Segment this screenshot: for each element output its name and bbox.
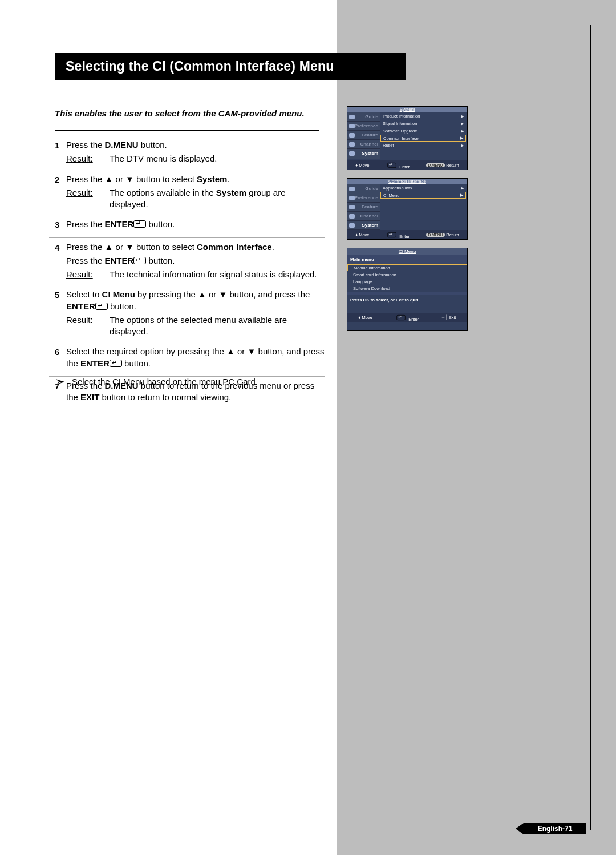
osd-menu-label: Software Upgrade <box>383 128 417 134</box>
page-border-right <box>590 25 591 830</box>
osd2-move: ♦ Move <box>355 232 369 237</box>
result-text: The technical information for signal sta… <box>110 269 325 280</box>
osd1-return: D.MENUReturn <box>426 163 459 168</box>
osd3-menu-item: Module information <box>347 264 467 271</box>
step: 1Press the D.MENU button.Result:The DTV … <box>49 136 325 170</box>
osd-tab-icon <box>349 214 355 219</box>
chevron-right-icon: ▶ <box>461 114 464 119</box>
step-body: Press the ▲ or ▼ button to select Common… <box>66 241 325 281</box>
osd-screenshot-system: System GuidePreferenceFeatureChannelSyst… <box>347 106 468 170</box>
osd-tab: Preference <box>347 122 380 131</box>
osd3-title: CI Menu <box>347 248 467 255</box>
osd-menu-item: CI Menu▶ <box>380 192 466 199</box>
osd3-prompt: Press OK to select, or Exit to quit <box>347 295 467 305</box>
enter-icon <box>133 220 146 228</box>
step-instruction: Press the ENTER button. <box>66 219 325 230</box>
note-block: ➣ Select the CI Menu based on the menu P… <box>55 377 323 387</box>
step-body: Press the ▲ or ▼ button to select System… <box>66 174 325 211</box>
page-number: English-71 <box>538 825 573 833</box>
chevron-right-icon: ▶ <box>460 193 463 197</box>
step-number: 3 <box>49 219 66 232</box>
osd3-enter: Enter <box>395 313 419 322</box>
chevron-right-icon: ▶ <box>461 129 464 134</box>
osd-menu-label: CI Menu <box>383 193 399 198</box>
osd-tab-icon <box>349 205 355 209</box>
osd-tab-icon <box>349 151 355 156</box>
osd-tab-label: Preference <box>355 195 378 200</box>
osd-tab-icon <box>349 124 355 128</box>
osd-menu-label: Reset <box>383 143 394 148</box>
osd1-footer: ♦ Move Enter D.MENUReturn <box>347 160 467 170</box>
osd-screenshot-common-interface: Common Interface GuidePreferenceFeatureC… <box>347 178 468 240</box>
osd-menu-item: Reset▶ <box>380 142 466 149</box>
osd-tab-icon <box>349 196 355 200</box>
osd-tab: Guide <box>347 112 380 122</box>
osd-menu-item: Signal Information▶ <box>380 120 466 127</box>
step-instruction: Select the required option by pressing t… <box>66 346 325 369</box>
osd3-menu-item: Smart card information <box>347 271 467 278</box>
chevron-right-icon: ▶ <box>460 136 463 140</box>
page-number-tab: English-71 <box>524 823 586 834</box>
note-arrow-icon: ➣ <box>55 377 65 387</box>
result-text: The options of the selected menu availab… <box>110 314 325 338</box>
osd-tab: System <box>347 149 380 158</box>
note-text: Select the CI Menu based on the menu PC … <box>72 377 258 386</box>
osd1-enter: Enter <box>386 161 410 170</box>
osd-tab-icon <box>349 133 355 138</box>
osd-tab: Feature <box>347 131 380 140</box>
osd-tab: System <box>347 221 380 230</box>
divider <box>55 130 319 131</box>
osd-menu-label: Signal Information <box>383 121 417 126</box>
step-result: Result:The technical information for sig… <box>66 269 325 280</box>
osd-tab-label: Feature <box>362 204 378 209</box>
chevron-right-icon: ▶ <box>461 186 464 191</box>
osd3-exit: →⎮ Exit <box>441 315 456 320</box>
osd1-title: System <box>347 107 467 112</box>
osd-menu-item: Application Info▶ <box>380 184 466 192</box>
osd-tab: Preference <box>347 193 380 203</box>
osd-menu-label: Product Information <box>383 114 420 119</box>
osd3-move: ♦ Move <box>359 315 372 320</box>
osd-tab-label: Guide <box>365 114 378 119</box>
enter-icon <box>133 257 146 264</box>
osd2-enter: Enter <box>386 231 410 239</box>
chevron-right-icon: ▶ <box>461 143 464 148</box>
osd3-items: Module informationSmart card information… <box>347 264 467 292</box>
osd-menu-item: Common Interface▶ <box>380 135 466 142</box>
osd2-title: Common Interface <box>347 179 467 184</box>
osd-tab-icon <box>349 115 355 119</box>
manual-page: Selecting the CI (Common Interface) Menu… <box>0 0 616 855</box>
osd-tab: Feature <box>347 203 380 212</box>
osd1-content: Product Information▶Signal Information▶S… <box>380 112 466 159</box>
osd3-subheader: Main menu <box>347 255 467 264</box>
step: 4Press the ▲ or ▼ button to select Commo… <box>49 238 325 286</box>
osd-tab: Channel <box>347 212 380 221</box>
step-result: Result:The DTV menu is displayed. <box>66 153 325 164</box>
step-number: 4 <box>49 241 66 281</box>
enter-icon <box>95 303 108 310</box>
osd3-blank <box>347 305 467 313</box>
osd1-move: ♦ Move <box>355 163 369 168</box>
osd-tab-icon <box>349 142 355 147</box>
osd-menu-item: Product Information▶ <box>380 112 466 120</box>
step-instruction: Press the ENTER button. <box>66 255 325 267</box>
osd2-return: D.MENUReturn <box>426 232 459 237</box>
step-instruction: Press the D.MENU button. <box>66 139 325 151</box>
osd-menu-label: Application Info <box>383 185 412 191</box>
osd2-footer: ♦ Move Enter D.MENUReturn <box>347 230 467 239</box>
step-result: Result:The options available in the Syst… <box>66 187 325 211</box>
step-number: 5 <box>49 289 66 337</box>
result-label: Result: <box>66 269 110 280</box>
step: 2Press the ▲ or ▼ button to select Syste… <box>49 170 325 216</box>
step-body: Select to CI Menu by pressing the ▲ or ▼… <box>66 289 325 337</box>
step: 6Select the required option by pressing … <box>49 342 325 377</box>
step-instruction: Select to CI Menu by pressing the ▲ or ▼… <box>66 289 325 312</box>
step: 3Press the ENTER button. <box>49 215 325 237</box>
osd1-side-tabs: GuidePreferenceFeatureChannelSystem <box>347 112 380 159</box>
osd-tab: Guide <box>347 184 380 193</box>
osd-tab-label: Channel <box>360 142 378 147</box>
result-label: Result: <box>66 153 110 164</box>
osd-tab-label: Guide <box>365 186 378 191</box>
osd-tab-label: System <box>362 223 378 228</box>
step-number: 2 <box>49 174 66 211</box>
